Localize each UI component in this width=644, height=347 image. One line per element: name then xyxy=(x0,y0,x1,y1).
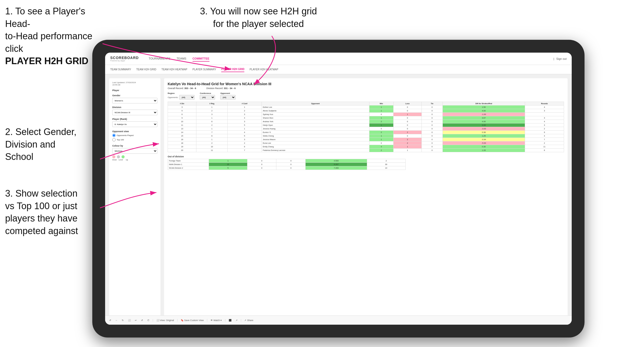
sub-nav-team-h2h-grid[interactable]: TEAM H2H GRID xyxy=(136,67,156,72)
radio-opponents-played[interactable]: Opponents Played xyxy=(112,134,157,137)
conference-filter: Conference (All) xyxy=(200,92,215,100)
record-row: Overall Record: 353 - 34 - 6 Division Re… xyxy=(168,87,564,90)
ood-row: NCAA Division 2 5 0 0 7.400 10 xyxy=(168,166,406,170)
toolbar-share[interactable]: ↗ Share xyxy=(243,319,254,322)
main-content: Last Updated: 27/03/202416:55:38 Player … xyxy=(105,74,572,325)
colour-labels: Down Level Up xyxy=(112,159,157,161)
col-win: Win xyxy=(369,102,393,105)
colour-by-select[interactable]: Win/loss xyxy=(112,148,157,154)
colour-dot-up xyxy=(122,155,125,158)
colour-label-up: Up xyxy=(125,159,129,161)
out-of-division-label: Out of division xyxy=(168,155,564,158)
table-row: 3 1 1 Esther Lee 1 0 0 1.50 4 xyxy=(168,105,564,109)
nav-links: TOURNAMENTS TEAMS COMMITTEE xyxy=(149,56,546,62)
bottom-toolbar: ↺ ← ↻ ⬜ ↩ ↺ ⏱ | ⬜ View: Original | 🔖 Sav… xyxy=(105,315,572,325)
timestamp: Last Updated: 27/03/202416:55:38 xyxy=(112,81,157,86)
gender-section: Gender Women's Men's xyxy=(112,94,157,103)
radio-top100-input[interactable] xyxy=(112,138,116,141)
toolbar-grid[interactable]: ⬛ xyxy=(228,319,233,322)
colour-dots xyxy=(112,155,157,158)
sub-nav-team-summary[interactable]: TEAM SUMMARY xyxy=(110,67,131,72)
region-filter: Region Opponents: (All) xyxy=(168,92,195,100)
region-select[interactable]: (All) xyxy=(179,95,195,100)
logo-sub: Powered by clippd xyxy=(110,60,141,62)
table-row: 18 2 2 Euna Lee 0 2 0 -5.00 2 xyxy=(168,141,564,145)
gender-select[interactable]: Women's Men's xyxy=(112,98,157,103)
table-row: 19 10 6 Emily Chang 4 1 0 0.30 11 xyxy=(168,145,564,149)
right-panel: Katelyn Vo Head-to-Head Grid for Women's… xyxy=(164,78,568,321)
filter-row: Region Opponents: (All) Conference (All) xyxy=(168,92,564,100)
toolbar-redo[interactable]: ↻ xyxy=(121,319,125,322)
radio-top100[interactable]: Top 100 xyxy=(112,138,157,141)
toolbar-arrow[interactable]: ↗ xyxy=(235,319,239,322)
sub-nav-team-h2h-heatmap[interactable]: TEAM H2H HEATMAP xyxy=(162,67,187,72)
opponent-view-radio-group: Opponents Played Top 100 xyxy=(112,134,157,141)
nav-committee[interactable]: COMMITTEE xyxy=(193,56,209,62)
colour-dot-level xyxy=(117,155,120,158)
player-rank-label: Player (Rank) xyxy=(112,118,157,120)
nav-teams[interactable]: TEAMS xyxy=(177,56,186,62)
table-row: 13 1 1 Jessica Huang 0 0 0 -3.00 2 xyxy=(168,127,564,131)
table-row: 9 1 4 Sharon Mun 1 0 0 3.67 3 xyxy=(168,116,564,120)
tablet-screen: SCOREBOARD Powered by clippd TOURNAMENTS… xyxy=(105,53,572,325)
ood-row: Foreign Team 1 0 0 4.500 2 xyxy=(168,159,406,163)
colour-by-label: Colour by xyxy=(112,144,157,147)
toolbar-return[interactable]: ↩ xyxy=(134,319,138,322)
annotation-mid-left: 2. Select Gender,Division andSchool xyxy=(5,126,76,163)
toolbar-save-custom-view[interactable]: 🔖 Save Custom View xyxy=(180,319,205,322)
opponent-view-label: Opponent view xyxy=(112,130,157,133)
colour-label-down: Down xyxy=(112,159,117,161)
logo-text: SCOREBOARD xyxy=(110,56,141,60)
opponent-filter: Opponent (All) xyxy=(220,92,236,100)
nav-right: | Sign out xyxy=(554,56,567,61)
logo-area: SCOREBOARD Powered by clippd xyxy=(110,56,141,62)
sub-nav: TEAM SUMMARY TEAM H2H GRID TEAM H2H HEAT… xyxy=(105,65,572,74)
sub-nav-player-h2h-heatmap[interactable]: PLAYER H2H HEATMAP xyxy=(249,67,278,72)
col-reg: # Reg xyxy=(196,102,227,105)
colour-section: Colour by Win/loss Down Level Up xyxy=(112,144,157,161)
toolbar-refresh[interactable]: ↺ xyxy=(140,319,144,322)
col-tie: Tie xyxy=(421,102,442,105)
sub-nav-player-summary[interactable]: PLAYER SUMMARY xyxy=(193,67,216,72)
overall-record: Overall Record: 353 - 34 - 6 xyxy=(168,87,196,90)
toolbar-watch[interactable]: 👁 Watch ▾ xyxy=(209,319,223,322)
table-row: 10 6 3 Andrea York 2 0 0 4.00 4 xyxy=(168,120,564,123)
opponent-select[interactable]: (All) xyxy=(220,95,236,100)
left-panel: Last Updated: 27/03/202416:55:38 Player … xyxy=(109,78,160,321)
nav-separator: | xyxy=(554,57,554,60)
toolbar-view-original[interactable]: ⬜ View: Original xyxy=(155,319,175,322)
colour-dot-down xyxy=(112,155,115,158)
toolbar-box[interactable]: ⬜ xyxy=(127,319,132,322)
table-row: 15 8 5 Stella Cheng 1 0 0 1.25 4 xyxy=(168,134,564,138)
player-section: Player xyxy=(112,89,157,92)
h2h-table: # Div # Reg # Conf Opponent Win Loss Tie… xyxy=(168,102,564,152)
table-row: 20 11 7 Federica Domecq Lacroze 2 1 0 1.… xyxy=(168,149,564,152)
col-div: # Div xyxy=(168,102,196,105)
col-opponent: Opponent xyxy=(262,102,369,105)
toolbar-timer[interactable]: ⏱ xyxy=(146,319,150,322)
player-rank-section: Player (Rank) 8. Katelyn Vo xyxy=(112,118,157,127)
table-row: 16 1 3 Jessica Mason 1 2 0 -0.94 7 xyxy=(168,138,564,141)
toolbar-undo[interactable]: ↺ xyxy=(108,319,112,322)
radio-opponents-played-input[interactable] xyxy=(112,134,116,137)
sign-out-button[interactable]: Sign out xyxy=(556,56,567,61)
annotation-bottom-left: 3. Show selectionvs Top 100 or justplaye… xyxy=(5,187,78,237)
ood-table: Foreign Team 1 0 0 4.500 2 NAIA Division… xyxy=(168,159,406,170)
tablet-frame: SCOREBOARD Powered by clippd TOURNAMENTS… xyxy=(92,40,585,338)
player-label: Player xyxy=(112,89,157,92)
division-select[interactable]: NCAA Division III NCAA Division I NCAA D… xyxy=(112,110,157,115)
annotation-top-right: 3. You will now see H2H gridfor the play… xyxy=(200,5,317,30)
opponents-label: Opponents: xyxy=(168,96,178,99)
grid-title: Katelyn Vo Head-to-Head Grid for Women's… xyxy=(168,82,564,86)
division-section: Division NCAA Division III NCAA Division… xyxy=(112,106,157,115)
conference-select[interactable]: (All) xyxy=(200,95,215,100)
toolbar-back[interactable]: ← xyxy=(114,319,119,322)
table-row: 14 7 4 Eunice Yi 2 2 0 0.38 9 xyxy=(168,131,564,134)
player-rank-select[interactable]: 8. Katelyn Vo xyxy=(112,121,157,127)
nav-tournaments[interactable]: TOURNAMENTS xyxy=(149,56,170,62)
col-loss: Loss xyxy=(394,102,422,105)
division-record: Division Record: 331 - 34 - 6 xyxy=(206,87,236,90)
opponent-view-section: Opponent view Opponents Played Top 100 xyxy=(112,130,157,141)
sub-nav-player-h2h-grid[interactable]: PLAYER H2H GRID xyxy=(221,67,244,72)
table-row: 11 2 5 Heejo Hyun 1 0 0 3.33 3 xyxy=(168,123,564,127)
